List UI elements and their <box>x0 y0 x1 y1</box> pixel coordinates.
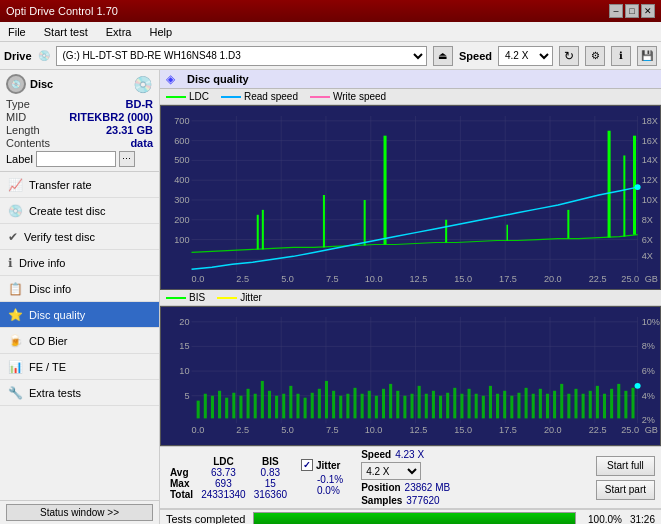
sidebar-item-extra-tests[interactable]: 🔧 Extra tests <box>0 380 159 406</box>
start-full-button[interactable]: Start full <box>596 456 655 476</box>
jitter-label: Jitter <box>316 460 340 471</box>
sidebar-item-label-extra-tests: Extra tests <box>29 387 81 399</box>
svg-rect-107 <box>289 386 292 419</box>
svg-text:22.5: 22.5 <box>589 274 607 284</box>
info-button[interactable]: ℹ <box>611 46 631 66</box>
ldc-chart: 700 600 500 400 300 200 100 18X 16X 14X … <box>160 105 661 290</box>
status-window-button[interactable]: Status window >> <box>6 504 153 521</box>
svg-text:10.0: 10.0 <box>365 274 383 284</box>
speed-stat-value: 4.23 X <box>395 449 424 460</box>
save-button[interactable]: 💾 <box>637 46 657 66</box>
svg-text:5: 5 <box>184 391 189 401</box>
speed-position-section: Speed 4.23 X 4.2 X Position 23862 MB Sam… <box>361 449 450 506</box>
svg-text:10.0: 10.0 <box>365 425 383 435</box>
disc-label-row: Label ⋯ <box>6 151 153 167</box>
jitter-section: ✓ Jitter -0.1% 0.0% <box>301 459 343 496</box>
close-button[interactable]: ✕ <box>641 4 655 18</box>
svg-rect-152 <box>610 389 613 419</box>
svg-text:8%: 8% <box>642 342 655 352</box>
refresh-button[interactable]: ↻ <box>559 46 579 66</box>
svg-text:7.5: 7.5 <box>326 274 339 284</box>
max-label: Max <box>166 478 197 489</box>
svg-rect-118 <box>368 391 371 419</box>
legend-jitter: Jitter <box>217 292 262 303</box>
svg-rect-130 <box>453 388 456 419</box>
bis-avg-value: 0.83 <box>250 467 291 478</box>
svg-text:4X: 4X <box>642 251 653 261</box>
svg-rect-138 <box>510 396 513 419</box>
svg-text:5.0: 5.0 <box>281 274 294 284</box>
sidebar-item-label-disc-quality: Disc quality <box>29 309 85 321</box>
minimize-button[interactable]: – <box>609 4 623 18</box>
speed-stat-label: Speed <box>361 449 391 460</box>
svg-text:600: 600 <box>174 136 189 146</box>
svg-text:17.5: 17.5 <box>499 274 517 284</box>
eject-button[interactable]: ⏏ <box>433 46 453 66</box>
svg-rect-94 <box>197 401 200 419</box>
sidebar-item-transfer-rate[interactable]: 📈 Transfer rate <box>0 172 159 198</box>
svg-text:300: 300 <box>174 195 189 205</box>
jitter-checkbox[interactable]: ✓ <box>301 459 313 471</box>
svg-rect-121 <box>389 384 392 419</box>
svg-rect-95 <box>204 394 207 419</box>
sidebar-item-create-test-disc[interactable]: 💿 Create test disc <box>0 198 159 224</box>
speed-selector[interactable]: 4.2 X <box>498 46 553 66</box>
disc-mid-value: RITEKBR2 (000) <box>69 111 153 123</box>
disc-label-input[interactable] <box>36 151 116 167</box>
sidebar-item-drive-info[interactable]: ℹ Drive info <box>0 250 159 276</box>
sidebar-item-fe-te[interactable]: 📊 FE / TE <box>0 354 159 380</box>
svg-text:12.5: 12.5 <box>409 274 427 284</box>
drive-selector[interactable]: (G:) HL-DT-ST BD-RE WH16NS48 1.D3 <box>56 46 427 66</box>
svg-rect-149 <box>589 391 592 419</box>
svg-text:2%: 2% <box>642 415 655 425</box>
svg-rect-120 <box>382 389 385 419</box>
sidebar-item-label-create-test-disc: Create test disc <box>29 205 105 217</box>
settings-button[interactable]: ⚙ <box>585 46 605 66</box>
status-bar: Tests completed 100.0% 31:26 <box>160 508 661 524</box>
svg-rect-135 <box>489 386 492 419</box>
svg-rect-136 <box>496 394 499 419</box>
sidebar-item-label-fe-te: FE / TE <box>29 361 66 373</box>
svg-rect-103 <box>261 381 264 418</box>
window-controls[interactable]: – □ ✕ <box>609 4 655 18</box>
svg-rect-101 <box>247 389 250 419</box>
svg-rect-58 <box>161 307 660 445</box>
progress-bar-container <box>253 512 575 524</box>
svg-rect-139 <box>517 393 520 419</box>
svg-rect-142 <box>539 389 542 419</box>
sidebar-item-disc-info[interactable]: 📋 Disc info <box>0 276 159 302</box>
cd-bier-icon: 🍺 <box>8 334 23 348</box>
disc-label-button[interactable]: ⋯ <box>119 151 135 167</box>
svg-rect-112 <box>325 381 328 418</box>
disc-type-value: BD-R <box>126 98 154 110</box>
svg-rect-99 <box>232 393 235 419</box>
svg-rect-132 <box>468 389 471 419</box>
elapsed-time: 31:26 <box>630 514 655 525</box>
svg-rect-143 <box>546 394 549 419</box>
legend-bis: BIS <box>166 292 205 303</box>
legend-bis-label: BIS <box>189 292 205 303</box>
bis-chart: 20 15 10 5 10% 8% 6% 4% 2% 0.0 2.5 5.0 7… <box>160 306 661 446</box>
menu-help[interactable]: Help <box>145 25 176 39</box>
sidebar-item-label-verify-test-disc: Verify test disc <box>24 231 95 243</box>
menu-file[interactable]: File <box>4 25 30 39</box>
sidebar-item-label-cd-bier: CD Bier <box>29 335 68 347</box>
maximize-button[interactable]: □ <box>625 4 639 18</box>
svg-rect-131 <box>460 394 463 419</box>
speed-stat-dropdown[interactable]: 4.2 X <box>361 462 421 480</box>
jitter-max-value: 0.0% <box>317 485 343 496</box>
fe-te-icon: 📊 <box>8 360 23 374</box>
svg-text:20.0: 20.0 <box>544 274 562 284</box>
samples-label: Samples <box>361 495 402 506</box>
menu-start-test[interactable]: Start test <box>40 25 92 39</box>
svg-rect-116 <box>353 388 356 419</box>
start-part-button[interactable]: Start part <box>596 480 655 500</box>
svg-rect-145 <box>560 384 563 419</box>
sidebar-item-cd-bier[interactable]: 🍺 CD Bier <box>0 328 159 354</box>
sidebar-item-verify-test-disc[interactable]: ✔ Verify test disc <box>0 224 159 250</box>
menu-extra[interactable]: Extra <box>102 25 136 39</box>
svg-rect-155 <box>631 388 634 419</box>
sidebar-item-disc-quality[interactable]: ⭐ Disc quality <box>0 302 159 328</box>
svg-rect-147 <box>574 389 577 419</box>
legend-bis-color <box>166 297 186 299</box>
